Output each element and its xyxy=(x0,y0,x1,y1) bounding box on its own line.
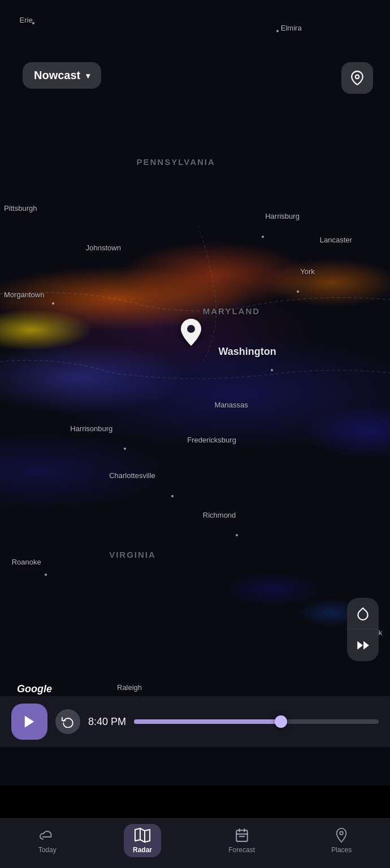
timeline-fill xyxy=(134,719,281,724)
city-fredericksburg: Fredericksburg xyxy=(187,436,236,444)
nav-today-label: Today xyxy=(38,846,57,854)
chevron-down-icon: ▾ xyxy=(86,71,90,80)
svg-marker-3 xyxy=(357,641,363,649)
nav-today[interactable]: Today xyxy=(29,824,66,857)
map-container[interactable]: Erie Elmira PENNSYLVANIA Pittsburgh John… xyxy=(0,0,390,785)
state-borders xyxy=(0,0,390,785)
places-pin-icon xyxy=(333,827,349,843)
nav-places-label: Places xyxy=(331,846,352,854)
time-label: 8:40 PM xyxy=(88,716,126,728)
city-richmond: Richmond xyxy=(203,511,236,519)
city-harrisonburg: Harrisonburg xyxy=(70,424,112,433)
google-watermark: Google xyxy=(17,683,52,695)
nav-forecast-label: Forecast xyxy=(228,846,255,854)
city-pittsburgh: Pittsburgh xyxy=(4,204,37,212)
calendar-icon xyxy=(234,827,250,843)
svg-point-1 xyxy=(356,75,359,79)
state-maryland: MARYLAND xyxy=(203,306,260,316)
play-button[interactable] xyxy=(11,704,47,740)
city-harrisburg: Harrisburg xyxy=(265,212,300,220)
playback-bar: 8:40 PM xyxy=(0,696,390,747)
state-virginia: VIRGINIA xyxy=(109,550,156,559)
svg-marker-5 xyxy=(135,828,150,842)
city-washington: Washington xyxy=(218,346,276,358)
svg-marker-2 xyxy=(363,641,369,649)
svg-point-0 xyxy=(187,325,195,333)
city-charlottesville: Charlottesville xyxy=(109,471,155,480)
right-controls xyxy=(347,598,379,661)
city-roanoke: Roanoke xyxy=(12,558,41,566)
precipitation-toggle[interactable] xyxy=(347,598,379,630)
nowcast-button[interactable]: Nowcast ▾ xyxy=(23,62,101,89)
city-lancaster: Lancaster xyxy=(320,236,352,244)
city-elmira: Elmira xyxy=(281,24,302,32)
location-button[interactable] xyxy=(341,62,373,94)
state-pennsylvania: PENNSYLVANIA xyxy=(137,157,215,167)
nav-forecast[interactable]: Forecast xyxy=(219,824,264,857)
svg-point-13 xyxy=(340,832,343,835)
history-button[interactable] xyxy=(55,709,80,734)
city-york: York xyxy=(300,267,315,276)
city-johnstown: Johnstown xyxy=(86,244,121,252)
city-manassas: Manassas xyxy=(215,401,248,409)
nav-radar-label: Radar xyxy=(133,846,152,854)
city-morgantown: Morgantown xyxy=(4,290,45,299)
nowcast-label: Nowcast xyxy=(34,69,80,82)
cloud-icon xyxy=(40,827,55,843)
timeline-thumb[interactable] xyxy=(275,715,287,728)
radar-overlay xyxy=(0,0,390,785)
timeline-slider[interactable] xyxy=(134,719,379,724)
map-icon xyxy=(135,827,150,843)
location-pin xyxy=(181,319,201,346)
svg-marker-4 xyxy=(25,716,34,728)
nav-radar[interactable]: Radar xyxy=(124,824,161,857)
city-raleigh: Raleigh xyxy=(117,683,142,692)
bottom-nav: Today Radar Forecast xyxy=(0,818,390,868)
fast-forward-button[interactable] xyxy=(347,630,379,661)
nav-places[interactable]: Places xyxy=(322,824,361,857)
city-erie: Erie xyxy=(20,16,33,24)
